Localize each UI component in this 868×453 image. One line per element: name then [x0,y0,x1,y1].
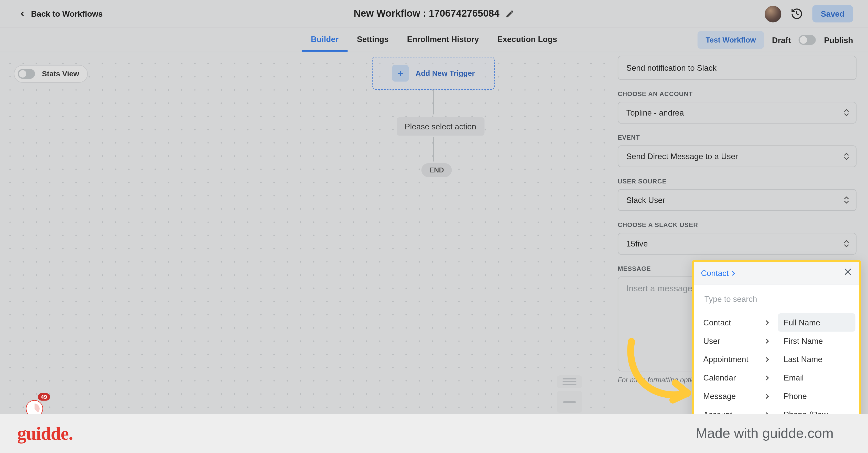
label-slack-user: CHOOSE A SLACK USER [618,221,857,228]
zoom-controls[interactable] [557,375,582,413]
account-value: Topline - andrea [626,108,684,117]
tabbar-right: Test Workflow Draft Publish [698,28,868,52]
chevron-right-icon [765,338,770,343]
publish-label: Publish [824,35,853,45]
popover-header: Contact [694,262,859,284]
select-caret-icon [844,240,849,248]
tab-enrollment-history[interactable]: Enrollment History [398,28,488,52]
guidde-logo: guidde. [17,423,73,444]
label-event: EVENT [618,134,857,141]
search-input[interactable] [699,289,854,309]
connector-line [433,137,434,162]
message-placeholder: Insert a message [626,283,692,293]
watermark-strip: guidde. Made with guidde.com [0,414,868,453]
zoom-slider[interactable] [557,391,582,413]
select-caret-icon [844,109,849,116]
tab-execution-logs[interactable]: Execution Logs [488,28,566,52]
category-calendar[interactable]: Calendar [698,368,776,387]
badge-count: 49 [38,393,50,400]
user-source-select[interactable]: Slack User [618,189,857,211]
category-message[interactable]: Message [698,387,776,405]
slack-user-select[interactable]: 15five [618,233,857,255]
workflow-title: New Workflow : 1706742765084 [354,8,514,20]
slack-user-value: 15five [626,239,648,248]
zoom-minimap[interactable] [557,375,582,388]
topbar: Back to Workflows New Workflow : 1706742… [0,0,868,28]
select-caret-icon [844,196,849,204]
event-value: Send Direct Message to a User [626,152,738,161]
event-select[interactable]: Send Direct Message to a User [618,145,857,167]
close-icon [844,268,852,276]
edit-icon[interactable] [505,9,514,19]
category-user[interactable]: User [698,332,776,350]
close-button[interactable] [844,268,852,278]
chevron-right-icon [765,320,770,325]
category-appointment[interactable]: Appointment [698,350,776,368]
chevron-right-icon [731,271,736,276]
stats-label: Stats View [42,69,79,78]
popover-columns: Contact User Appointment Calendar Messag… [694,312,859,429]
breadcrumb-label: Contact [701,268,728,278]
variable-picker-popover: Contact Contact User Appointment Calenda… [692,260,861,432]
plus-icon: + [392,65,409,82]
history-icon[interactable] [790,7,803,20]
action-name: Send notification to Slack [618,56,857,80]
connector-line [433,90,434,114]
select-caret-icon [844,153,849,160]
chevron-right-icon [765,375,770,380]
made-with-label: Made with guidde.com [696,425,834,442]
tabs: Builder Settings Enrollment History Exec… [302,28,566,52]
back-to-workflows-link[interactable]: Back to Workflows [19,9,103,19]
field-full-name[interactable]: Full Name [778,313,856,332]
topbar-actions: Saved [765,5,853,22]
page-title: New Workflow : 1706742765084 [354,8,499,20]
draft-label: Draft [772,35,791,45]
breadcrumb-contact[interactable]: Contact [701,268,736,278]
category-column: Contact User Appointment Calendar Messag… [696,312,777,425]
field-last-name[interactable]: Last Name [778,350,856,368]
account-select[interactable]: Topline - andrea [618,102,857,123]
stats-toggle[interactable] [18,69,35,79]
chevron-right-icon [765,394,770,399]
tabbar: Builder Settings Enrollment History Exec… [0,28,868,52]
tab-settings[interactable]: Settings [348,28,398,52]
saved-button[interactable]: Saved [812,5,853,22]
select-action-node[interactable]: Please select action [397,117,484,136]
tab-builder[interactable]: Builder [302,28,348,52]
field-column: Full Name First Name Last Name Email Pho… [777,312,857,425]
label-account: CHOOSE AN ACCOUNT [618,90,857,97]
test-workflow-button[interactable]: Test Workflow [698,31,764,49]
end-node: END [422,163,452,177]
publish-toggle[interactable] [799,35,816,45]
chevron-right-icon [765,357,770,362]
add-trigger-button[interactable]: + Add New Trigger [372,57,495,90]
category-contact[interactable]: Contact [698,313,776,332]
add-trigger-label: Add New Trigger [415,69,475,78]
chevron-left-icon [19,10,26,18]
back-label: Back to Workflows [31,9,103,19]
stats-view-toggle[interactable]: Stats View [14,65,88,83]
field-email[interactable]: Email [778,368,856,387]
label-user-source: USER SOURCE [618,177,857,185]
workflow-canvas[interactable]: Stats View + Add New Trigger Please sele… [0,52,609,453]
avatar[interactable] [765,5,781,22]
user-source-value: Slack User [626,196,665,205]
field-phone[interactable]: Phone [778,387,856,405]
field-first-name[interactable]: First Name [778,332,856,350]
